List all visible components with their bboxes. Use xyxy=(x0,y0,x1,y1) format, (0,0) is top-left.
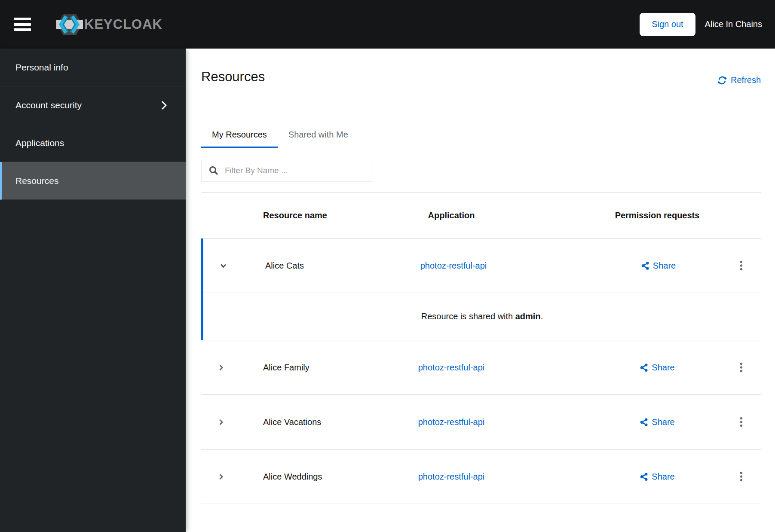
keycloak-logo: KEYCLOAK xyxy=(56,11,162,38)
table-header-row: Resource name Application Permission req… xyxy=(201,193,761,238)
keycloak-logo-text: KEYCLOAK xyxy=(84,17,162,32)
masthead: KEYCLOAK Sign out Alice In Chains xyxy=(0,0,775,49)
sidebar-item-resources[interactable]: Resources xyxy=(0,162,186,200)
kebab-menu-button[interactable] xyxy=(735,413,748,431)
share-label: Share xyxy=(652,417,674,427)
application-link[interactable]: photoz-restful-api xyxy=(420,261,487,270)
share-button[interactable]: Share xyxy=(640,417,674,427)
shared-with-user: admin xyxy=(515,312,541,321)
search-icon xyxy=(208,165,219,176)
sign-out-button[interactable]: Sign out xyxy=(640,13,695,36)
shared-message-prefix: Resource is shared with xyxy=(421,312,515,321)
resource-name: Alice Vacations xyxy=(241,417,383,427)
page-header: Resources Refresh xyxy=(201,49,761,85)
column-header-application: Application xyxy=(383,211,520,220)
sidebar-item-personal-info[interactable]: Personal info xyxy=(0,49,186,86)
chevron-right-icon xyxy=(217,419,225,426)
application-link[interactable]: photoz-restful-api xyxy=(418,363,485,372)
share-label: Share xyxy=(653,261,676,271)
shared-message-suffix: . xyxy=(541,312,543,321)
keycloak-logo-icon xyxy=(56,11,83,38)
share-icon xyxy=(640,472,649,481)
table-row: Alice Family photoz-restful-api Share xyxy=(201,340,761,395)
tab-shared-with-me[interactable]: Shared with Me xyxy=(278,130,359,148)
kebab-icon xyxy=(740,260,743,271)
expand-toggle-icon[interactable] xyxy=(201,413,241,431)
expand-toggle-icon[interactable] xyxy=(201,358,241,377)
share-label: Share xyxy=(652,472,674,482)
share-icon xyxy=(641,261,650,270)
share-icon xyxy=(640,363,649,372)
share-icon xyxy=(640,418,649,427)
table-row: Alice Weddings photoz-restful-api Share xyxy=(201,449,761,504)
sidebar-item-account-security[interactable]: Account security xyxy=(0,86,186,124)
share-button[interactable]: Share xyxy=(641,261,676,271)
column-header-permission-requests: Permission requests xyxy=(520,211,721,220)
share-button[interactable]: Share xyxy=(640,472,674,482)
kebab-menu-button[interactable] xyxy=(735,468,748,485)
kebab-icon xyxy=(740,471,743,482)
share-button[interactable]: Share xyxy=(640,363,674,373)
filter-field xyxy=(201,160,373,181)
refresh-label: Refresh xyxy=(731,75,761,85)
table-row: Alice Cats photoz-restful-api Share xyxy=(203,238,761,293)
sidebar-item-label: Account security xyxy=(15,100,82,110)
refresh-button[interactable]: Refresh xyxy=(717,75,761,85)
sidebar-item-applications[interactable]: Applications xyxy=(0,124,186,162)
sidebar-item-label: Personal info xyxy=(15,62,68,73)
main-content: Resources Refresh My Resources Shared wi… xyxy=(186,49,775,532)
expand-toggle-icon[interactable] xyxy=(201,467,241,486)
chevron-right-icon xyxy=(217,364,225,371)
tab-my-resources[interactable]: My Resources xyxy=(201,130,278,148)
application-link[interactable]: photoz-restful-api xyxy=(418,417,485,427)
tabs: My Resources Shared with Me xyxy=(201,130,761,148)
filter-by-name-input[interactable] xyxy=(201,160,373,181)
application-link[interactable]: photoz-restful-api xyxy=(418,472,485,481)
resource-name: Alice Family xyxy=(241,363,383,373)
column-header-resource-name: Resource name xyxy=(241,211,383,220)
kebab-menu-button[interactable] xyxy=(735,359,748,376)
resource-name: Alice Weddings xyxy=(241,472,383,482)
chevron-down-icon xyxy=(220,262,227,269)
chevron-right-icon xyxy=(161,101,167,110)
resource-shared-with-message: Resource is shared with admin. xyxy=(203,293,761,340)
collapse-toggle-icon[interactable] xyxy=(203,256,243,275)
refresh-icon xyxy=(717,76,727,85)
sidebar-item-label: Applications xyxy=(15,138,64,148)
chevron-right-icon xyxy=(217,473,225,480)
sidebar-item-label: Resources xyxy=(15,176,58,186)
masthead-right: Sign out Alice In Chains xyxy=(640,13,762,36)
page-title: Resources xyxy=(201,68,265,85)
resource-name: Alice Cats xyxy=(243,261,385,271)
kebab-menu-button[interactable] xyxy=(735,257,748,274)
kebab-icon xyxy=(740,417,743,427)
logged-in-username: Alice In Chains xyxy=(705,19,762,29)
table-row: Alice Vacations photoz-restful-api Share xyxy=(201,395,761,449)
table-row-expanded: Alice Cats photoz-restful-api Share xyxy=(201,238,761,340)
kebab-icon xyxy=(740,362,743,373)
nav-toggle-button[interactable] xyxy=(14,18,31,31)
sidebar-nav: Personal info Account security Applicati… xyxy=(0,49,186,532)
share-label: Share xyxy=(652,363,674,373)
